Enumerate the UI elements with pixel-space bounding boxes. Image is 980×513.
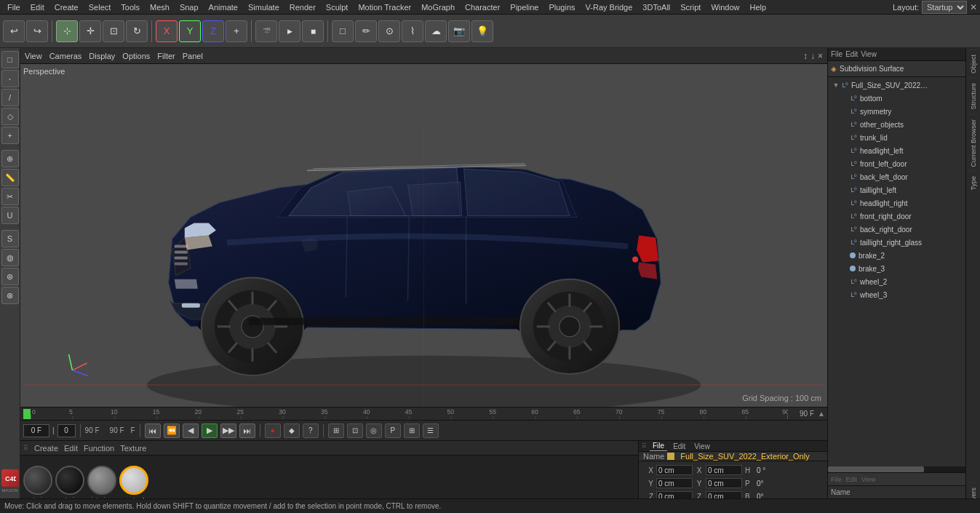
rp-edit-menu[interactable]: Edit: [845, 50, 858, 58]
rp-bottom-file[interactable]: File: [831, 476, 842, 483]
menu-tools[interactable]: Tools: [116, 2, 144, 12]
menu-create[interactable]: Create: [50, 2, 83, 12]
viewport-down-icon[interactable]: ↓: [810, 51, 815, 61]
tree-item-brake-2[interactable]: brake_2: [828, 249, 965, 262]
step-back-button[interactable]: ◀: [183, 423, 199, 438]
attr-y2-input[interactable]: [706, 478, 742, 488]
attr-view-tab[interactable]: View: [691, 442, 713, 451]
sculpt-x-button[interactable]: ⊗: [1, 287, 19, 304]
render-view-button[interactable]: ▶: [279, 20, 300, 42]
material-swatch-interior[interactable]: interior.: [87, 466, 116, 504]
point-mode-button[interactable]: ·: [1, 70, 19, 87]
render-region-button[interactable]: 🎬: [255, 20, 277, 42]
tree-item-other-objects[interactable]: L⁰ other_objects: [828, 118, 965, 131]
add-button[interactable]: +: [226, 20, 247, 42]
help-transport-button[interactable]: ?: [303, 423, 319, 438]
timeline-scroll-icon[interactable]: ▲: [817, 410, 826, 418]
env-button[interactable]: ☁: [425, 20, 447, 42]
lathe-button[interactable]: ⊙: [378, 20, 400, 42]
mat-create-menu[interactable]: Create: [34, 444, 58, 453]
sculpt-circle-button[interactable]: ◍: [1, 249, 19, 266]
menu-select[interactable]: Select: [84, 2, 116, 12]
menu-mograph[interactable]: MoGraph: [417, 2, 459, 12]
viewport-close-icon[interactable]: ×: [818, 51, 823, 61]
cube-tool-button[interactable]: □: [332, 20, 354, 42]
material-swatch-exterior-black[interactable]: exterior.: [55, 466, 84, 504]
menu-character[interactable]: Character: [461, 2, 504, 12]
rp-file-menu[interactable]: File: [831, 50, 842, 58]
move-tool-button[interactable]: ✛: [79, 20, 101, 42]
measure-button[interactable]: 📏: [1, 169, 19, 186]
axis-button[interactable]: ⊕: [1, 150, 19, 167]
viewport-display-menu[interactable]: Display: [89, 52, 115, 60]
viewport-cameras-menu[interactable]: Cameras: [49, 52, 82, 60]
magnet-button[interactable]: U: [1, 207, 19, 224]
menu-simulate[interactable]: Simulate: [244, 2, 284, 12]
tree-item-brake-3[interactable]: brake_3: [828, 262, 965, 275]
tree-expand-root[interactable]: ▼: [832, 81, 840, 89]
fps-input[interactable]: [57, 424, 76, 437]
pencil-tool-button[interactable]: ✏: [355, 20, 377, 42]
mat-texture-menu[interactable]: Texture: [120, 444, 146, 453]
step-forward-button[interactable]: ▶▶: [220, 423, 236, 438]
tree-item-headlight-left[interactable]: L⁰ headlight_left: [828, 144, 965, 157]
edge-mode-button[interactable]: /: [1, 89, 19, 106]
menu-animate[interactable]: Animate: [204, 2, 242, 12]
mode2-button[interactable]: ⊡: [347, 423, 363, 438]
attr-x-input[interactable]: [656, 465, 693, 475]
tree-item-front-right-door[interactable]: L⁰ front_right_door: [828, 210, 965, 223]
mode5-button[interactable]: ⊞: [404, 423, 420, 438]
attr-file-tab[interactable]: File: [650, 441, 667, 451]
mode4-button[interactable]: P: [385, 423, 401, 438]
rp-bottom-view[interactable]: View: [861, 476, 875, 483]
viewport-3d[interactable]: Perspective Grid Spacing : 100 cm: [20, 64, 827, 407]
close-icon[interactable]: ✕: [970, 2, 977, 12]
snap-button[interactable]: +: [1, 127, 19, 144]
object-mode-button[interactable]: □: [1, 51, 19, 68]
strip-tab-type[interactable]: Type: [968, 171, 979, 195]
menu-edit[interactable]: Edit: [26, 2, 49, 12]
attr-y-input[interactable]: [656, 478, 693, 488]
menu-3dtoall[interactable]: 3DToAll: [638, 2, 674, 12]
rp-bottom-edit[interactable]: Edit: [846, 476, 858, 483]
tree-scrollbar[interactable]: [828, 466, 965, 472]
menu-snap[interactable]: Snap: [175, 2, 203, 12]
z-axis-button[interactable]: Z: [202, 20, 224, 42]
tree-item-wheel-3[interactable]: L⁰ wheel_3: [828, 288, 965, 301]
sculpt-star-button[interactable]: ⊛: [1, 268, 19, 285]
material-swatch-seats[interactable]: seats_1: [119, 466, 148, 504]
tree-item-taillight-rg[interactable]: L⁰ taillight_right_glass: [828, 236, 965, 249]
tree-item-headlight-right[interactable]: L⁰ headlight_right: [828, 196, 965, 210]
attr-x2-input[interactable]: [706, 465, 742, 475]
undo-button[interactable]: ↩: [3, 20, 25, 42]
viewport-move-icon[interactable]: ↕: [803, 51, 808, 61]
knife-button[interactable]: ✂: [1, 188, 19, 205]
strip-tab-structure[interactable]: Structure: [968, 78, 979, 114]
polygon-mode-button[interactable]: ◇: [1, 108, 19, 125]
rp-view-menu[interactable]: View: [861, 50, 877, 58]
go-to-end-button[interactable]: ⏭: [239, 423, 255, 438]
keyframe-button[interactable]: ◆: [284, 423, 300, 438]
play-button[interactable]: ▶: [202, 423, 218, 438]
tree-item-front-left-door[interactable]: L⁰ front_left_door: [828, 157, 965, 170]
timeline-ruler[interactable]: 0 5 10 15 20 25 30 35: [20, 407, 827, 420]
mode3-button[interactable]: ◎: [366, 423, 382, 438]
y-axis-button[interactable]: Y: [179, 20, 201, 42]
mode6-button[interactable]: ☰: [423, 423, 439, 438]
rotate-tool-button[interactable]: ↻: [126, 20, 148, 42]
menu-vray-bridge[interactable]: V-Ray Bridge: [581, 2, 637, 12]
menu-mesh[interactable]: Mesh: [146, 2, 174, 12]
x-axis-button[interactable]: X: [156, 20, 178, 42]
layout-select[interactable]: Startup: [922, 1, 967, 14]
select-tool-button[interactable]: ⊹: [56, 20, 78, 42]
tree-item-trunk-lid[interactable]: L⁰ trunk_lid: [828, 131, 965, 144]
menu-window[interactable]: Window: [706, 2, 744, 12]
tree-item-wheel-2[interactable]: L⁰ wheel_2: [828, 275, 965, 288]
mode1-button[interactable]: ⊞: [328, 423, 344, 438]
scale-tool-button[interactable]: ⊡: [103, 20, 124, 42]
menu-pipeline[interactable]: Pipeline: [506, 2, 543, 12]
redo-button[interactable]: ↪: [26, 20, 48, 42]
current-frame-input[interactable]: [23, 424, 49, 437]
strip-tab-current-browser[interactable]: Current Browser: [968, 114, 979, 172]
viewport-panel-menu[interactable]: Panel: [183, 52, 203, 60]
